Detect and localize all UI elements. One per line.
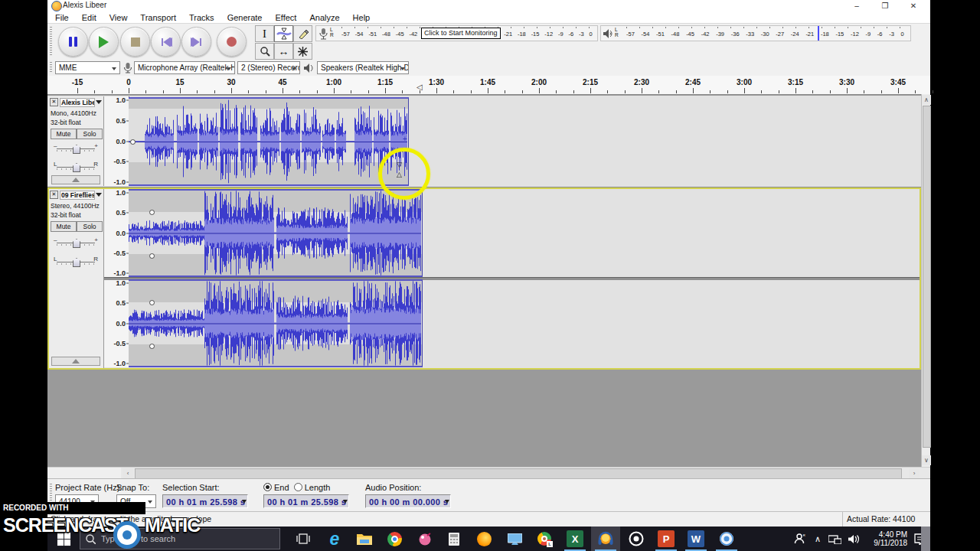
recorder-app-icon[interactable] xyxy=(712,527,741,551)
menu-item[interactable]: View xyxy=(109,13,128,22)
file-explorer-icon[interactable] xyxy=(350,527,379,551)
envelope-point[interactable] xyxy=(149,300,155,305)
track-1-collapse-button[interactable] xyxy=(51,175,100,184)
dropdown-icon[interactable] xyxy=(242,500,247,504)
length-radio[interactable] xyxy=(294,483,302,491)
edge-icon[interactable]: e xyxy=(320,527,349,551)
track-2-left-vertical-ruler[interactable]: 1.00.50.0-0.5-1.0 xyxy=(104,189,129,277)
play-button[interactable] xyxy=(89,27,119,57)
word-icon[interactable]: W xyxy=(681,527,710,551)
vertical-scroll-thumb[interactable] xyxy=(923,106,931,448)
dropdown-icon[interactable] xyxy=(343,500,348,504)
tray-chevron-icon[interactable]: ∧ xyxy=(815,534,821,544)
firefox-icon[interactable] xyxy=(469,527,498,551)
envelope-point[interactable] xyxy=(130,139,136,145)
selection-tool-button[interactable]: I xyxy=(255,25,274,42)
restore-button[interactable]: ❐ xyxy=(872,0,898,11)
powerpoint-icon[interactable]: P xyxy=(652,527,681,551)
horizontal-scrollbar[interactable]: ‹ › xyxy=(47,467,930,479)
track-2-mute-button[interactable]: Mute xyxy=(51,221,77,232)
track-1-vertical-ruler[interactable]: 1.00.50.0-0.5-1.0 xyxy=(104,96,129,186)
show-desktop-button[interactable] xyxy=(921,527,930,551)
audio-position-field[interactable]: 00 h 00 m 00.000 s xyxy=(365,494,451,508)
dropdown-icon[interactable] xyxy=(445,500,449,504)
menu-item[interactable]: File xyxy=(55,13,69,22)
track-2-right-clip[interactable] xyxy=(129,279,423,367)
excel-icon[interactable]: X xyxy=(560,527,590,551)
track-1-menu-icon[interactable] xyxy=(96,100,102,104)
end-radio-label[interactable]: End xyxy=(274,483,289,492)
menu-item[interactable]: Analyze xyxy=(309,13,339,22)
minimize-button[interactable]: – xyxy=(844,0,870,11)
record-button[interactable] xyxy=(217,27,247,57)
track-2-collapse-button[interactable] xyxy=(51,357,100,366)
screencast-o-matic-icon[interactable] xyxy=(622,527,651,551)
menu-item[interactable]: Help xyxy=(353,13,371,22)
track-1-gain-slider[interactable]: –+ xyxy=(54,143,98,153)
track-2-gain-slider[interactable]: –+ xyxy=(54,237,98,247)
multi-tool-button[interactable] xyxy=(293,43,312,60)
selection-start-field[interactable]: 00 h 01 m 25.598 s xyxy=(162,494,248,508)
horizontal-scroll-thumb[interactable] xyxy=(135,468,902,479)
track-2-left-clip[interactable] xyxy=(129,189,423,277)
timeline-ruler[interactable]: ◁ -1501530451:001:151:301:452:002:152:30… xyxy=(47,76,930,95)
envelope-point[interactable] xyxy=(149,253,155,259)
draw-tool-button[interactable] xyxy=(293,25,312,42)
envelope-point[interactable] xyxy=(149,210,155,215)
audacity-taskbar-icon[interactable] xyxy=(591,527,620,551)
menu-item[interactable]: Effect xyxy=(276,13,297,22)
toolbar-grip[interactable] xyxy=(50,62,52,73)
chrome-icon[interactable] xyxy=(380,527,409,551)
track-1-name[interactable]: Alexis Libe xyxy=(60,98,95,107)
monitoring-tooltip[interactable]: Click to Start Monitoring xyxy=(421,28,501,39)
track-2-name[interactable]: 09 Fireflies xyxy=(60,191,95,200)
recording-device-select[interactable]: Microphone Array (Realtek Hig xyxy=(134,61,235,74)
track-1-pan-thumb[interactable] xyxy=(73,163,80,172)
zoom-tool-button[interactable] xyxy=(255,43,274,60)
stop-button[interactable] xyxy=(120,27,150,57)
scroll-up-arrow[interactable]: ∧ xyxy=(922,95,931,105)
people-icon[interactable]: ᴿ xyxy=(794,533,807,544)
menu-item[interactable]: Transport xyxy=(140,13,176,22)
track-1-clip[interactable] xyxy=(129,97,409,186)
selection-end-field[interactable]: 00 h 01 m 25.598 s xyxy=(263,494,349,508)
playback-meter[interactable]: LR -57-54-51-48-45-42-39-36-33-30-27-24-… xyxy=(600,25,911,41)
vertical-scrollbar[interactable]: ∧ ∨ xyxy=(921,94,930,467)
track-1[interactable]: ✕ Alexis Libe Mono, 44100Hz 32-bit float… xyxy=(47,96,921,187)
display-app-icon[interactable] xyxy=(500,527,529,551)
track-2[interactable]: ✕ 09 Fireflies Stereo, 44100Hz 32-bit fl… xyxy=(47,188,921,369)
timeshift-tool-button[interactable]: ↔ xyxy=(274,43,293,60)
track-2-solo-button[interactable]: Solo xyxy=(77,221,103,232)
pause-button[interactable] xyxy=(58,27,88,57)
skip-to-end-button[interactable] xyxy=(181,27,211,57)
track-1-gain-thumb[interactable] xyxy=(73,145,80,154)
track-2-close-button[interactable]: ✕ xyxy=(50,191,58,199)
task-view-button[interactable] xyxy=(289,527,318,551)
calculator-icon[interactable] xyxy=(439,527,469,551)
track-1-pan-slider[interactable]: LR xyxy=(54,161,98,171)
track-2-pan-thumb[interactable] xyxy=(73,258,80,267)
network-icon[interactable] xyxy=(828,534,841,544)
envelope-handle-cross[interactable]: + xyxy=(403,135,407,143)
envelope-tool-button[interactable] xyxy=(274,25,293,42)
paint-app-icon[interactable] xyxy=(410,527,439,551)
scroll-left-arrow[interactable]: ‹ xyxy=(122,468,133,478)
envelope-point[interactable] xyxy=(149,344,155,349)
end-radio[interactable] xyxy=(263,483,272,491)
chrome-profile-icon[interactable]: L xyxy=(530,527,559,551)
track-2-pan-slider[interactable]: LR xyxy=(54,256,98,266)
menu-item[interactable]: Edit xyxy=(82,13,96,22)
playback-device-select[interactable]: Speakers (Realtek High Defini xyxy=(317,61,409,74)
close-button[interactable]: ✕ xyxy=(900,0,926,11)
menu-item[interactable]: Generate xyxy=(227,13,263,22)
clock[interactable]: 4:40 PM 9/11/2018 xyxy=(866,530,907,547)
scroll-down-arrow[interactable]: ∨ xyxy=(922,455,931,465)
track-2-gain-thumb[interactable] xyxy=(73,239,80,248)
skip-to-start-button[interactable] xyxy=(151,27,181,57)
toolbar-grip[interactable] xyxy=(50,27,52,56)
track-1-solo-button[interactable]: Solo xyxy=(77,129,103,139)
volume-icon[interactable] xyxy=(848,534,860,544)
audio-host-select[interactable]: MME xyxy=(55,61,120,74)
track-1-mute-button[interactable]: Mute xyxy=(51,129,77,139)
recording-channels-select[interactable]: 2 (Stereo) Record xyxy=(237,61,300,74)
